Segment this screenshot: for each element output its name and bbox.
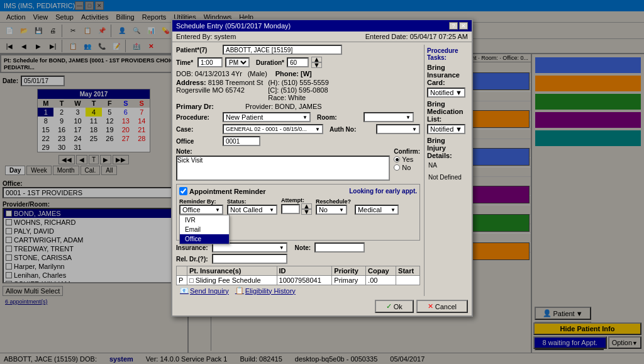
primary-dr-label: Primary Dr:	[176, 103, 214, 110]
reminder-by-combo[interactable]: Office ▼	[179, 205, 223, 215]
send-inquiry-link[interactable]: 📧 Send Inquiry	[180, 287, 229, 295]
attempt-input[interactable]	[281, 204, 300, 214]
task-medication-combo[interactable]: Notified ▼	[427, 124, 465, 134]
dialog-actions: ✓ Ok ✕ Cancel	[172, 297, 472, 316]
ok-button[interactable]: ✓ Ok	[375, 300, 414, 313]
phone-h: (H): (510) 555-5559	[268, 79, 329, 86]
dob-value: 04/13/2013 4Yr	[195, 70, 242, 77]
note-label: Note:	[176, 148, 390, 155]
task-insurance-value: Notified	[430, 89, 453, 96]
auth-arrow: ▼	[412, 127, 417, 132]
procedure-label: Procedure:	[176, 114, 220, 121]
procedure-tasks-panel: Procedure Tasks: Bring Insurance Card: N…	[424, 45, 468, 296]
room-combo[interactable]: ▼	[364, 112, 414, 122]
reminder-section: Appointment Reminder Looking for early a…	[176, 184, 420, 241]
task-insurance-arrow: ▼	[455, 89, 462, 96]
ins-check: □	[189, 276, 196, 284]
reminder-email[interactable]: Email	[180, 225, 229, 234]
schedule-entry-dialog: Schedule Entry (05/01/2017 Monday) ? ✕ E…	[171, 19, 473, 317]
phone-label: Phone: [W]	[275, 70, 312, 77]
status-combo[interactable]: Not Called ▼	[227, 205, 277, 215]
ins-col-id: ID	[277, 266, 332, 276]
bottom-links: 📧 Send Inquiry 📋 Eligibility History	[176, 285, 420, 296]
ins-col-priority: Priority	[332, 266, 366, 276]
rel-dr-input[interactable]	[212, 254, 287, 264]
reschedule-combo[interactable]: No ▼	[316, 205, 347, 215]
ins-row-1[interactable]: P □ Sliding Fee Schedule 10007958041 Pri…	[177, 276, 420, 285]
ins-col-start: Start	[396, 266, 420, 276]
confirm-no-radio[interactable]	[394, 164, 400, 171]
duration-label: Duration*	[256, 59, 284, 66]
ins-priority: Primary	[332, 276, 366, 285]
ins-col-name: Pt. Insurance(s)	[187, 266, 277, 276]
dialog-title-text: Schedule Entry (05/01/2017 Monday)	[176, 22, 291, 30]
confirm-yes-item[interactable]: Yes	[394, 156, 420, 163]
ins-p-marker: P	[177, 276, 187, 285]
note2-input[interactable]	[314, 242, 365, 253]
case-combo[interactable]: GENERAL 02 - 0001 - 08/15/0... ▼	[223, 124, 323, 134]
task-medication-label: Bring Medication List:	[427, 100, 465, 123]
patient-field[interactable]	[223, 45, 342, 55]
task-not-defined-label: Not Defined	[427, 173, 465, 182]
dialog-help-btn[interactable]: ?	[449, 22, 458, 30]
proc-tasks-title: Procedure Tasks:	[427, 47, 465, 61]
race-value: Race: White	[268, 94, 329, 101]
procedure-arrow: ▼	[303, 115, 308, 120]
send-inquiry-label: Send Inquiry	[190, 287, 229, 295]
note-textarea[interactable]: Sick Visit	[176, 156, 390, 181]
early-appt-label: Looking for early appt.	[349, 188, 417, 195]
reminder-dropdown-menu: IVR Email Office	[179, 215, 230, 244]
patient-field-label: Patient*(7)	[176, 47, 220, 54]
eligibility-label: Eligibility History	[245, 287, 296, 295]
auth-combo[interactable]: ▼	[376, 124, 420, 134]
duration-down[interactable]: ▼	[311, 62, 322, 68]
task-medication-value: Notified	[430, 125, 453, 133]
ins-copay: .00	[366, 276, 396, 285]
cancel-label: Cancel	[435, 303, 457, 310]
reschedule-arrow: ▼	[339, 207, 344, 213]
note2-label: Note:	[295, 244, 311, 251]
reminder-type-combo[interactable]: Medical ▼	[355, 205, 399, 215]
time-input[interactable]	[197, 57, 223, 67]
task-insurance-combo[interactable]: Notified ▼	[427, 88, 465, 98]
address-label: Address: 8198 Treemont St	[176, 79, 263, 86]
provider-value: Provider: BOND, JAMES	[245, 103, 322, 110]
eligibility-link[interactable]: 📋 Eligibility History	[235, 287, 296, 295]
reminder-by-value: Office	[182, 206, 201, 213]
task-injury-label: Bring Injury Details:	[427, 137, 465, 159]
phone-c: [C]: (510) 595-0808	[268, 86, 329, 94]
cancel-button[interactable]: ✕ Cancel	[416, 300, 468, 313]
reminder-office[interactable]: Office	[180, 234, 229, 244]
office-dialog-label: Office	[176, 138, 220, 145]
case-label: Case:	[176, 126, 220, 133]
confirm-no-item[interactable]: No	[394, 164, 420, 171]
dialog-subtitle: Entered By: system Entered Date: 05/04/1…	[172, 31, 472, 42]
procedure-value: New Patient	[226, 113, 263, 121]
reminder-type-arrow: ▼	[391, 207, 396, 213]
rel-dr-label: Rel. Dr.(?):	[176, 256, 208, 263]
procedure-combo[interactable]: New Patient ▼	[223, 112, 311, 122]
time-label: Time*	[176, 59, 195, 66]
dialog-close-btn[interactable]: ✕	[459, 22, 468, 30]
reminder-checkbox[interactable]	[179, 187, 187, 195]
duration-input[interactable]	[287, 57, 309, 67]
ins-start	[396, 276, 420, 285]
insurance-table: Pt. Insurance(s) ID Priority Copay Start…	[176, 266, 420, 285]
ampm-select[interactable]: AM PM	[225, 57, 250, 67]
ok-label: Ok	[394, 303, 402, 310]
task-medication-arrow: ▼	[455, 125, 462, 133]
confirm-yes-label: Yes	[402, 156, 413, 163]
office-dialog-input[interactable]	[223, 136, 260, 146]
reminder-label: Appointment Reminder	[189, 188, 266, 195]
reminder-ivr[interactable]: IVR	[180, 215, 229, 225]
confirm-yes-radio[interactable]	[394, 156, 400, 162]
reschedule-value: No	[319, 206, 328, 213]
reschedule-label: Reschedule?	[316, 198, 351, 205]
status-col-label: Status:	[227, 198, 277, 205]
ins-name: □ Sliding Fee Schedule	[187, 276, 277, 285]
room-label: Room:	[317, 114, 361, 121]
attempt-down[interactable]: ▼	[301, 209, 312, 215]
address-value: 8198 Treemont St	[208, 79, 263, 86]
status-arrow: ▼	[269, 207, 274, 213]
task-not-defined: Not Defined	[427, 173, 465, 182]
